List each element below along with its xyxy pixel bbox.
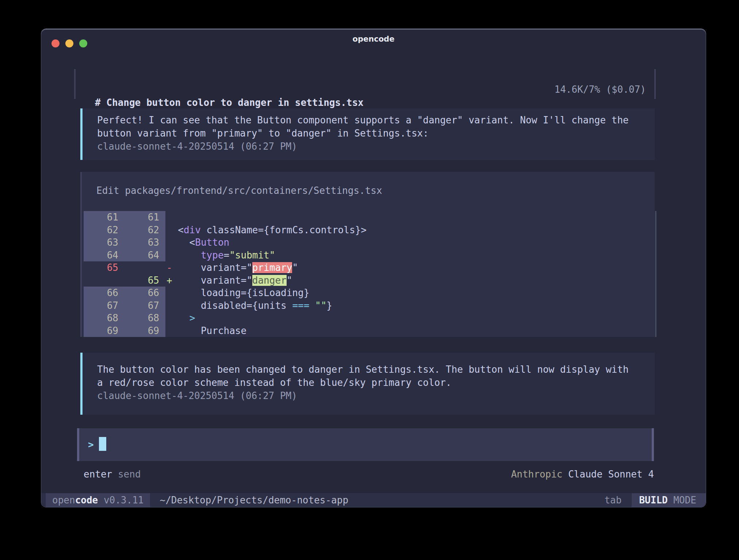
line-number-old: 63: [84, 236, 118, 249]
code-segment: className={formCs.controls}>: [201, 225, 367, 235]
token-stats: 14.6K/7% ($0.07): [460, 83, 646, 96]
build-mode-chip[interactable]: BUILD MODE: [632, 493, 706, 507]
diff-gutter: 6464: [84, 249, 165, 262]
line-number-old: 62: [84, 224, 118, 237]
code-line: Purchase: [166, 325, 655, 337]
model-label: Claude Sonnet 4: [568, 469, 654, 480]
diff-gutter: 6868: [84, 312, 165, 325]
model-hint: Anthropic Claude Sonnet 4: [362, 468, 654, 481]
code-segment: ===: [292, 300, 309, 311]
diff-row: 65+ variant="danger": [82, 274, 655, 287]
code-segment: loading={isLoading}: [166, 287, 309, 298]
diff-row: 6161: [82, 211, 655, 224]
code-segment: Button: [195, 237, 229, 248]
code-line: - variant="primary": [166, 261, 655, 274]
line-number-new: 64: [118, 249, 159, 262]
diff-rows: 61616262 <div className={formCs.controls…: [82, 211, 655, 337]
code-line: [166, 211, 655, 224]
send-label: send: [118, 469, 141, 480]
line-number-new: 67: [118, 299, 159, 312]
code-line: <Button: [166, 236, 655, 249]
diff-marker: +: [166, 274, 172, 287]
line-number-new: 65: [118, 274, 159, 287]
diff-row: 6969 Purchase: [82, 325, 655, 337]
cwd-path: ~/Desktop/Projects/demo-notes-app: [160, 493, 348, 507]
line-number-old: 61: [84, 211, 118, 224]
send-label: [112, 469, 118, 480]
line-number-new: 63: [118, 236, 159, 249]
code-line: <div className={formCs.controls}>: [166, 224, 655, 237]
tab-hint: tab: [604, 493, 621, 507]
code-segment: <: [166, 225, 184, 235]
diff-row: 6363 <Button: [82, 236, 655, 249]
code-segment: disabled={units: [166, 300, 292, 311]
code-line: >: [166, 312, 655, 325]
line-number-old: 64: [84, 249, 118, 262]
header-left-rule: [74, 69, 76, 99]
hint-row: enter send Anthropic Claude Sonnet 4: [41, 468, 706, 481]
code-segment: div: [184, 225, 201, 235]
app-version-chip: opencode v0.3.11: [46, 493, 150, 507]
line-number-new: 66: [118, 287, 159, 299]
code-segment: variant=": [166, 262, 252, 273]
mode-build-label: BUILD: [639, 495, 667, 506]
diff-row: 6262 <div className={formCs.controls}>: [82, 224, 655, 237]
diff-gutter: 6262: [84, 224, 165, 237]
code-segment: "submit": [229, 250, 275, 261]
provider-label: Anthropic: [511, 469, 563, 480]
code-segment: ": [287, 275, 292, 286]
window-title: opencode: [41, 35, 706, 43]
model-label: [563, 469, 568, 480]
diff-gutter: 65: [84, 261, 165, 274]
session-title: # Change button color to danger in setti…: [95, 96, 364, 109]
diff-row: 6868 >: [82, 312, 655, 325]
code-line: + variant="danger": [166, 274, 655, 287]
code-line: loading={isLoading}: [166, 287, 655, 299]
message-line: Perfect! I can see that the Button compo…: [97, 114, 655, 127]
line-number-old: 69: [84, 325, 118, 337]
code-segment: =: [224, 250, 230, 261]
code-segment: [166, 250, 201, 261]
assistant-message: Perfect! I can see that the Button compo…: [80, 108, 655, 160]
model-timestamp: claude-sonnet-4-20250514 (06:27 PM): [97, 140, 655, 153]
statusbar-spacer: [348, 493, 604, 507]
diff-row: 6464 type="submit": [82, 249, 655, 262]
diff-scrollbar[interactable]: [655, 211, 656, 337]
app-name-open: open: [52, 495, 75, 506]
opencode-window: opencode # Change button color to danger…: [41, 28, 706, 507]
line-number-new: 62: [118, 224, 159, 237]
edit-tool-title: Edit packages/frontend/src/containers/Se…: [96, 185, 382, 196]
diff-marker: -: [166, 261, 172, 274]
text-cursor: [99, 437, 106, 451]
code-segment: primary: [252, 262, 292, 273]
code-line: type="submit": [166, 249, 655, 262]
line-number-old: 66: [84, 287, 118, 299]
prompt-input[interactable]: >: [77, 428, 654, 461]
line-number-old: [84, 274, 118, 287]
code-segment: ": [292, 262, 298, 273]
diff-gutter: 6161: [84, 211, 165, 224]
prompt-symbol: >: [88, 439, 94, 450]
line-number-new: 68: [118, 312, 159, 325]
enter-key-hint: enter: [84, 469, 112, 480]
code-segment: danger: [252, 275, 287, 286]
line-number-old: 67: [84, 299, 118, 312]
line-number-new: 61: [118, 211, 159, 224]
header-right-rule: [654, 69, 656, 99]
diff-gutter: 6969: [84, 325, 165, 337]
code-segment: [166, 312, 189, 323]
code-segment: <: [166, 237, 195, 248]
edit-tool-card: Edit packages/frontend/src/containers/Se…: [80, 172, 655, 337]
app-version: v0.3.11: [98, 495, 143, 506]
mode-label: MODE: [668, 495, 696, 506]
line-number-new: [118, 261, 159, 274]
diff-row: 6767 disabled={units === ""}: [82, 299, 655, 312]
title-bar: opencode: [41, 29, 706, 52]
code-segment: variant=": [166, 275, 252, 286]
code-segment: [309, 300, 315, 311]
code-segment: }: [326, 300, 332, 311]
code-line: disabled={units === ""}: [166, 299, 655, 312]
code-segment: Purchase: [166, 325, 246, 336]
diff-gutter: 65: [84, 274, 165, 287]
code-segment: "": [315, 300, 326, 311]
